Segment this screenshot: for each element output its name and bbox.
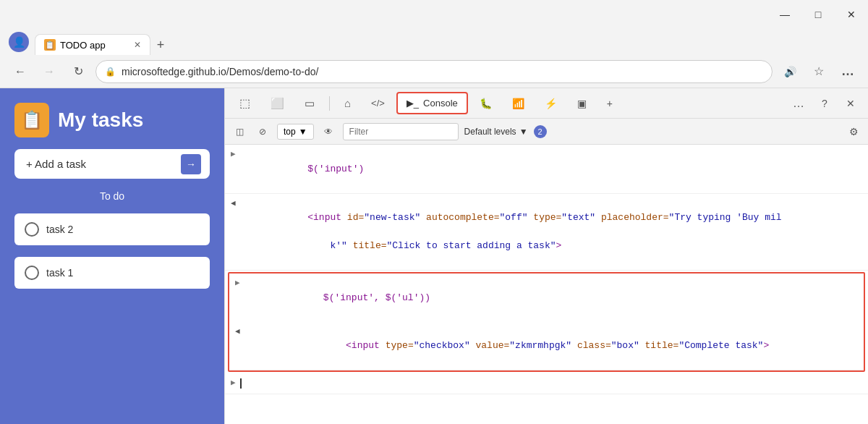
default-levels-selector[interactable]: Default levels ▼ [464,127,528,137]
task-label-2: task 2 [46,224,73,235]
devtool-layout[interactable]: ▣ [569,93,595,114]
task-checkbox-2[interactable] [25,222,39,237]
console-line-4: ◀ <input type="checkbox" value="zkmrmhpg… [229,322,864,371]
favorites-button[interactable]: ☆ [807,60,830,83]
add-task-label: + Add a task [26,158,86,170]
expand-arrow-4[interactable]: ◀ [235,326,240,336]
console-clear-button[interactable]: ⊘ [254,123,271,140]
lock-icon: 🔒 [105,67,116,77]
console-line-3: ▶ $('input', $('ul')) [229,274,864,322]
expand-arrow-3[interactable]: ▶ [235,278,240,287]
tab-favicon: 📋 [44,39,56,51]
devtools-help-button[interactable]: ? [813,92,836,115]
todo-app-icon: 📋 [14,103,49,137]
devtool-more-tabs[interactable]: + [598,93,621,114]
devtool-network[interactable]: 📶 [503,93,533,114]
devtool-device[interactable]: ⬜ [262,93,293,114]
devtools-panel: ⬚ ⬜ ▭ ⌂ </> ▶_ Console [224,88,868,424]
back-button[interactable]: ← [9,60,32,83]
read-aloud-button[interactable]: 🔊 [778,60,801,83]
devtools-settings-button[interactable]: ⚙ [845,123,862,140]
task-item-1[interactable]: task 1 [14,257,210,289]
new-tab-button[interactable]: + [150,35,171,55]
add-task-button[interactable]: + Add a task → [14,149,210,179]
more-button[interactable]: … [836,60,859,83]
console-cursor-line[interactable]: ▶ [225,373,868,394]
eye-icon-button[interactable]: 👁 [320,123,337,140]
url-text: microsoftedge.github.io/Demos/demo-to-do… [122,66,318,77]
devtool-bugs[interactable]: 🐛 [471,93,501,114]
context-selector[interactable]: top ▼ [277,124,314,140]
console-highlight-box: ▶ $('input', $('ul')) ◀ <input type="che… [228,272,865,372]
forward-button[interactable]: → [38,60,61,83]
devtool-console[interactable]: ▶_ Console [396,92,468,114]
address-bar[interactable]: 🔒 microsoftedge.github.io/Demos/demo-to-… [95,60,773,83]
main-content: 📋 My tasks + Add a task → To do task 2 t… [0,88,868,424]
levels-dropdown-icon: ▼ [519,127,528,137]
devtools-toolbar: ⬚ ⬜ ▭ ⌂ </> ▶_ Console [225,88,868,119]
console-line-1: ▶ $('input') [225,145,868,194]
devtools-secondary-toolbar: ◫ ⊘ top ▼ 👁 Default levels ▼ 2 ⚙ [225,119,868,145]
active-tab[interactable]: 📋 TODO app ✕ [35,34,150,55]
devtools-close-button[interactable]: ✕ [839,92,862,115]
console-output: ▶ $('input') ◀ <input id="new-task" auto… [225,145,868,424]
expand-arrow-1[interactable]: ▶ [231,149,236,158]
console-sidebar-toggle[interactable]: ◫ [231,123,248,140]
task-item-2[interactable]: task 2 [14,213,210,245]
todo-header: 📋 My tasks [14,103,210,137]
refresh-button[interactable]: ↻ [67,60,90,83]
devtool-home[interactable]: ⌂ [336,93,359,114]
todo-title: My tasks [58,109,143,132]
console-message-count: 2 [534,125,547,138]
expand-arrow-2[interactable]: ◀ [231,198,236,208]
title-bar: — □ ✕ [0,0,868,29]
add-task-arrow-icon: → [181,154,201,174]
console-filter-input[interactable] [343,123,459,140]
devtool-source[interactable]: </> [362,93,393,113]
tab-row: 👤 📋 TODO app ✕ + [0,29,868,55]
window-minimize[interactable]: — [768,3,801,26]
todo-section-title: To do [14,190,210,202]
nav-bar: ← → ↻ 🔒 microsoftedge.github.io/Demos/de… [0,55,868,88]
toolbar-divider [329,96,330,111]
expand-arrow-5: ▶ [231,378,236,387]
devtool-split[interactable]: ▭ [296,93,323,114]
console-line-2: ◀ <input id="new-task" autocomplete="off… [225,194,868,271]
console-tab-label: Console [423,98,458,109]
window-maximize[interactable]: □ [801,3,835,26]
devtool-inspect[interactable]: ⬚ [231,92,259,114]
task-checkbox-1[interactable] [25,266,39,280]
tab-close-button[interactable]: ✕ [134,40,141,50]
profile-icon[interactable]: 👤 [6,29,32,55]
console-icon: ▶_ [407,98,419,109]
devtools-toolbar-right: … ? ✕ [787,92,862,115]
context-dropdown-icon: ▼ [299,127,307,137]
browser-frame: — □ ✕ 👤 📋 TODO app ✕ + ← → ↻ 🔒 microsoft… [0,0,868,424]
window-close[interactable]: ✕ [835,3,868,26]
devtool-perf[interactable]: ⚡ [536,93,566,114]
todo-panel: 📋 My tasks + Add a task → To do task 2 t… [0,88,224,424]
tab-title: TODO app [60,40,106,51]
devtools-more-button[interactable]: … [787,92,810,115]
task-label-1: task 1 [46,267,73,279]
